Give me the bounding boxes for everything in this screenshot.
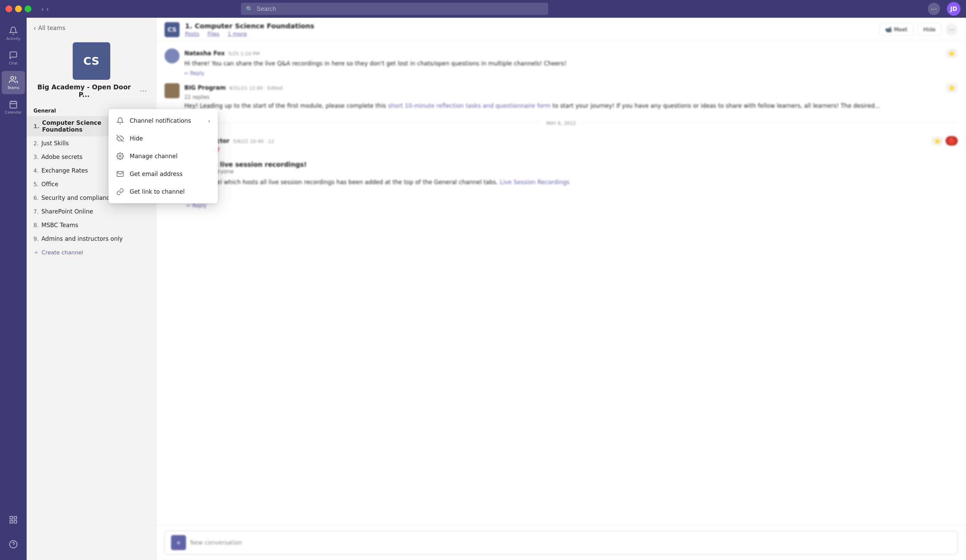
search-bar[interactable]: 🔍 xyxy=(241,3,548,15)
channel-number-6: 7. xyxy=(33,208,39,215)
sidebar-header: ‹ All teams xyxy=(26,18,156,36)
minimize-button[interactable] xyxy=(15,5,22,12)
channel-number-7: 8. xyxy=(33,222,39,229)
new-conversation-button[interactable]: ＋ xyxy=(171,535,186,550)
rail-apps[interactable] xyxy=(2,508,25,531)
msg-bold-title: Link to live session recordings! xyxy=(192,160,958,168)
channel-item-6[interactable]: 7. SharePoint Online ⋯ xyxy=(26,205,156,218)
tab-more[interactable]: 1 more xyxy=(228,31,247,37)
tab-files[interactable]: Files xyxy=(207,31,220,37)
plus-icon: ＋ xyxy=(33,249,39,256)
rail-calendar[interactable]: Calendar xyxy=(2,95,25,119)
msg-time-1: 8/31/21 12:00 · Edited xyxy=(229,85,283,91)
msg-header-large: CS Instructor 5/6/22 10:40 · 12 ⭐ 🔴 xyxy=(186,136,958,146)
maximize-button[interactable] xyxy=(25,5,31,12)
close-button[interactable] xyxy=(5,5,12,12)
msg-name-1: BIG Program xyxy=(184,84,226,91)
channel-number-5: 6. xyxy=(33,195,39,201)
channel-number-8: 9. xyxy=(33,236,39,242)
main-layout: Activity Chat Teams Calendar ‹ All teams xyxy=(0,18,966,560)
search-icon: 🔍 xyxy=(246,5,253,13)
forward-arrow[interactable]: › xyxy=(46,5,49,13)
channel-item-8[interactable]: 9. Admins and instructors only ⋯ xyxy=(26,232,156,246)
menu-item-hide[interactable]: Hide xyxy=(108,129,218,147)
link-icon xyxy=(116,188,124,196)
hide-button[interactable]: Hide xyxy=(918,23,941,36)
msg-body-large: The channel which hosts all live session… xyxy=(186,178,958,187)
more-options-button[interactable]: ⋯ xyxy=(946,23,958,36)
rail-teams[interactable]: Teams xyxy=(2,71,25,94)
rail-chat[interactable]: Chat xyxy=(2,46,25,70)
msg-highlight: Link to live session recordings! Hello E… xyxy=(186,160,958,175)
context-menu: Channel notifications › Hide Manage chan… xyxy=(108,109,218,203)
menu-item-channel-notifications[interactable]: Channel notifications › xyxy=(108,112,218,129)
rail-help[interactable] xyxy=(2,533,25,556)
compose-placeholder: New conversation xyxy=(190,539,242,546)
meet-button[interactable]: 📹 Meet xyxy=(879,23,913,36)
msg-block-large: Link to live session recordings! Hello E… xyxy=(186,155,958,201)
channel-name-5: Security and compliance xyxy=(41,195,113,201)
emoji-star-1[interactable]: ⭐ xyxy=(946,83,958,93)
channel-name-6: SharePoint Online xyxy=(41,208,93,215)
menu-item-get-link[interactable]: Get link to channel xyxy=(108,183,218,201)
settings-icon[interactable]: ⋯ xyxy=(928,3,940,15)
message-row-1: BIG Program 8/31/21 12:00 · Edited ⭐ 22 … xyxy=(164,83,958,110)
messages-area[interactable]: Natasha Fox 5/25 1:10 PM ⭐ Hi there! You… xyxy=(156,42,966,525)
menu-item-get-email[interactable]: Get email address xyxy=(108,165,218,183)
reply-button-large[interactable]: ↩ Reply xyxy=(186,203,207,209)
rail-activity[interactable]: Activity xyxy=(2,22,25,45)
channel-name-3: Exchange Rates xyxy=(41,167,88,174)
msg-tag-large: IMPORTANT xyxy=(186,147,958,153)
msg-sub-1: 22 replies xyxy=(184,94,958,100)
plus-compose-icon: ＋ xyxy=(175,537,182,548)
msg-header-1: BIG Program 8/31/21 12:00 · Edited ⭐ xyxy=(184,83,958,93)
search-input[interactable] xyxy=(257,5,544,13)
traffic-lights xyxy=(5,5,31,12)
tab-posts[interactable]: Posts xyxy=(185,31,199,37)
msg-header-0: Natasha Fox 5/25 1:10 PM ⭐ xyxy=(184,48,958,58)
msg-content-1: BIG Program 8/31/21 12:00 · Edited ⭐ 22 … xyxy=(184,83,958,110)
msg-extra-large: See more xyxy=(186,189,958,195)
back-icon: ‹ xyxy=(33,24,36,32)
channel-number-4: 5. xyxy=(33,181,39,188)
menu-label-manage: Manage channel xyxy=(130,153,210,160)
svg-rect-1 xyxy=(10,101,17,108)
channel-title-block: 1. Computer Science Foundations Posts Fi… xyxy=(185,22,874,37)
team-card: CS Big Academy - Open Door P... ⋯ xyxy=(26,36,156,103)
date-label: MAY 6, 2022 xyxy=(547,120,576,126)
channel-name-2: Adobe secrets xyxy=(41,154,82,160)
msg-time-large: 5/6/22 10:40 · 12 xyxy=(233,138,274,144)
compose-area: ＋ New conversation xyxy=(156,525,966,560)
icon-rail: Activity Chat Teams Calendar xyxy=(0,18,26,560)
avatar-1 xyxy=(164,83,179,98)
compose-box[interactable]: ＋ New conversation xyxy=(164,531,958,555)
hide-icon xyxy=(116,134,124,142)
message-row-0: Natasha Fox 5/25 1:10 PM ⭐ Hi there! You… xyxy=(164,48,958,76)
svg-rect-8 xyxy=(10,521,13,523)
channel-name-7: MSBC Teams xyxy=(41,222,78,229)
title-bar: ‹ › 🔍 ⋯ JD xyxy=(0,0,966,18)
team-name: Big Academy - Open Door P... xyxy=(33,83,135,98)
user-avatar[interactable]: JD xyxy=(947,2,961,16)
msg-content-large: CS Instructor 5/6/22 10:40 · 12 ⭐ 🔴 IMPO… xyxy=(186,136,958,209)
menu-item-manage-channel[interactable]: Manage channel xyxy=(108,147,218,165)
email-icon xyxy=(116,170,124,178)
channel-name-8: Admins and instructors only xyxy=(41,235,123,242)
date-line-left xyxy=(164,123,542,123)
channel-item-7[interactable]: 8. MSBC Teams ⋯ xyxy=(26,218,156,232)
reply-button-0[interactable]: ↩ Reply xyxy=(184,70,204,76)
emoji-star-0[interactable]: ⭐ xyxy=(946,48,958,58)
msg-emoji-1: ⭐ xyxy=(946,83,958,93)
channel-icon: CS xyxy=(164,22,179,37)
message-row-large: CS Instructor 5/6/22 10:40 · 12 ⭐ 🔴 IMPO… xyxy=(164,136,958,209)
back-label: All teams xyxy=(38,25,65,31)
date-line-right xyxy=(581,123,958,123)
emoji-red-large[interactable]: 🔴 xyxy=(946,136,958,146)
create-channel-button[interactable]: ＋ Create channel xyxy=(26,246,156,260)
svg-rect-7 xyxy=(14,521,17,523)
back-arrow[interactable]: ‹ xyxy=(41,5,44,13)
back-to-teams-button[interactable]: ‹ All teams xyxy=(33,24,65,32)
team-options-button[interactable]: ⋯ xyxy=(138,85,149,97)
sidebar: ‹ All teams CS Big Academy - Open Door P… xyxy=(26,18,156,560)
emoji-star-large[interactable]: ⭐ xyxy=(931,136,943,146)
